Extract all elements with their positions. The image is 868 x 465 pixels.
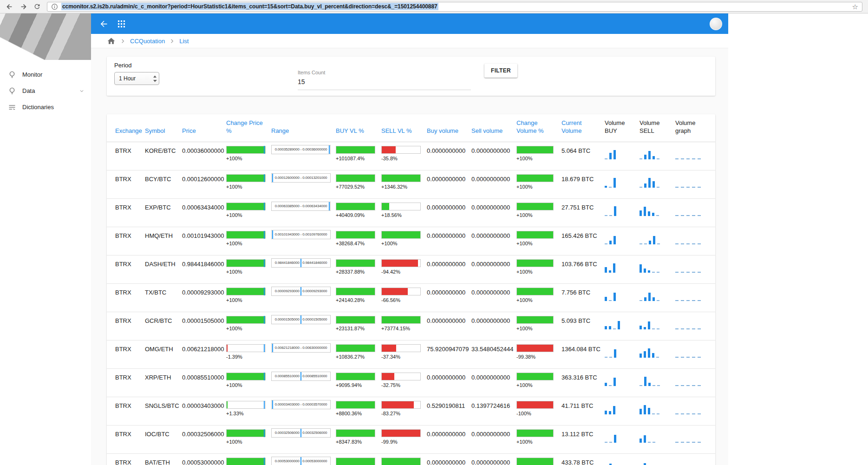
bookmark-star-icon[interactable]: ☆ xyxy=(852,3,858,10)
cell-change-price-bar xyxy=(226,344,266,352)
avatar[interactable] xyxy=(710,18,722,30)
cell-change-price-label: +100% xyxy=(226,269,268,275)
cell-volume-buy-chart xyxy=(605,203,636,216)
col-buy-volume[interactable]: Buy volume xyxy=(427,114,471,142)
browser-back-button[interactable] xyxy=(6,3,13,11)
cell-sell-volume: 0.0000000000 xyxy=(471,255,516,283)
cell-volume-sell xyxy=(640,312,675,340)
cell-change-volume-bar xyxy=(516,288,554,295)
col-symbol[interactable]: Symbol xyxy=(145,114,182,142)
col-price[interactable]: Price xyxy=(182,114,226,142)
cell-change-price-label: +100% xyxy=(226,184,268,190)
reload-icon xyxy=(33,3,41,10)
cell-change-volume-fill xyxy=(517,260,553,267)
col-change-volume[interactable]: Change Volume % xyxy=(516,114,561,142)
cell-buy-vl-label: +28337.88% xyxy=(336,269,378,275)
range-widget: 0.00063385000 - 0.00063434000 xyxy=(271,202,331,211)
cell-change-price-fill xyxy=(227,203,265,210)
cell-price: 0.00063434000 xyxy=(182,198,226,227)
cell-change-volume: +100% xyxy=(516,283,561,312)
cell-price: 0.00012600000 xyxy=(182,170,226,198)
col-exchange[interactable]: Exchange xyxy=(107,114,145,142)
col-sell-volume[interactable]: Sell volume xyxy=(471,114,516,142)
items-count-field[interactable]: Items Count 15 xyxy=(298,70,471,90)
cell-change-volume-fill xyxy=(517,458,553,465)
cell-symbol: BAT/ETH xyxy=(145,453,182,465)
cell-change-volume-bar xyxy=(516,458,554,465)
items-count-value: 15 xyxy=(298,78,471,85)
cell-volume-graph-chart xyxy=(675,430,711,443)
cell-change-price-label: +1.33% xyxy=(226,411,268,416)
cell-sell-vl-fill xyxy=(382,430,420,437)
cell-buy-vl-label: +101087.4% xyxy=(336,156,378,161)
cell-volume-graph xyxy=(675,255,715,283)
cell-sell-volume: 0.0000000000 xyxy=(471,368,516,397)
cell-sell-volume: 0.0000000000 xyxy=(471,312,516,340)
cell-change-volume: +100% xyxy=(516,425,561,453)
browser-reload-button[interactable] xyxy=(33,3,41,10)
cell-buy-vl-bar xyxy=(336,146,375,154)
breadcrumb-list[interactable]: List xyxy=(179,38,189,45)
cell-buy-volume: 0.5290190811 xyxy=(427,397,471,425)
cell-buy-vl-fill xyxy=(336,316,375,323)
sidebar-item-monitor[interactable]: Monitor xyxy=(0,66,91,83)
breadcrumb-ccquotation[interactable]: CCQuotation xyxy=(130,38,165,45)
range-widget: 0.00003403000 - 0.00003570000 xyxy=(271,400,331,409)
cell-volume-buy xyxy=(605,340,640,368)
cell-range: 0.00101943000 - 0.00109760000 xyxy=(271,227,336,255)
range-cursor xyxy=(300,428,301,438)
cell-change-volume-label: +100% xyxy=(516,212,558,218)
cell-change-price-fill xyxy=(227,316,265,323)
table-row: BTRXHMQ/ETH0.00101943000+100%0.001019430… xyxy=(107,227,715,255)
cell-buy-vl-fill xyxy=(336,401,375,408)
table-row: BTRXXRP/ETH0.00085510000+100%0.000855100… xyxy=(107,368,715,397)
cell-change-price: +100% xyxy=(226,425,271,453)
cell-buy-vl: +24140.28% xyxy=(336,283,381,312)
cell-range: 0.00035289000 - 0.00036000000 xyxy=(271,142,336,170)
col-current-volume[interactable]: Current Volume xyxy=(561,114,605,142)
cell-sell-vl-label: +18.56% xyxy=(381,212,423,218)
info-icon xyxy=(51,3,58,10)
range-widget: 0.00001505000 - 0.00001505000 xyxy=(271,315,331,324)
cell-sell-volume: 0.0000000000 xyxy=(471,142,516,170)
range-text: 0.00012600000 - 0.00013201000 xyxy=(275,176,327,180)
cell-change-price-bar xyxy=(226,203,266,210)
cell-volume-graph-chart xyxy=(675,203,711,216)
cell-price: 0.00101943000 xyxy=(182,227,226,255)
apps-grid-button[interactable] xyxy=(117,20,125,28)
cell-change-volume-bar xyxy=(516,231,554,239)
cell-exchange: BTRX xyxy=(107,283,145,312)
sidebar-item-dictionaries[interactable]: Dictionaries xyxy=(0,99,91,115)
cell-change-price: +100% xyxy=(226,283,271,312)
range-text: 0.00035289000 - 0.00036000000 xyxy=(275,147,327,151)
cell-volume-sell xyxy=(640,340,675,368)
cell-change-price: -1.39% xyxy=(226,340,271,368)
filter-button[interactable]: FILTER xyxy=(484,64,517,78)
cell-change-price-label: +100% xyxy=(226,156,268,161)
sidebar-item-data[interactable]: Data xyxy=(0,83,91,99)
cell-volume-buy xyxy=(605,453,640,465)
cell-sell-vl: -35.8% xyxy=(381,142,427,170)
period-select[interactable]: 1 Hour xyxy=(114,72,159,85)
cell-change-price-label: +100% xyxy=(226,382,268,388)
col-change-price[interactable]: Change Price % xyxy=(226,114,271,142)
toolbar-back-button[interactable] xyxy=(99,19,109,29)
app-toolbar xyxy=(91,13,728,34)
table-card: Exchange Symbol Price Change Price % Ran… xyxy=(107,114,715,465)
cell-sell-vl-label: -99.9% xyxy=(381,439,423,445)
cell-exchange: BTRX xyxy=(107,340,145,368)
col-sell-vl[interactable]: SELL VL % xyxy=(381,114,427,142)
cell-volume-sell xyxy=(640,283,675,312)
cell-sell-vl: -99.9% xyxy=(381,425,427,453)
home-icon[interactable] xyxy=(107,37,116,46)
monitor-icon xyxy=(8,71,16,79)
col-range[interactable]: Range xyxy=(271,114,336,142)
cell-buy-vl-fill xyxy=(336,430,375,437)
cell-sell-vl-fill xyxy=(382,203,389,210)
cell-volume-sell xyxy=(640,425,675,453)
cell-volume-buy-chart xyxy=(605,288,636,301)
url-bar[interactable]: ccmonitor.s2.is2b.ru/admin/c_c_monitor?p… xyxy=(47,2,862,12)
col-buy-vl[interactable]: BUY VL % xyxy=(336,114,381,142)
browser-forward-button[interactable] xyxy=(20,3,27,11)
cell-volume-graph xyxy=(675,397,715,425)
